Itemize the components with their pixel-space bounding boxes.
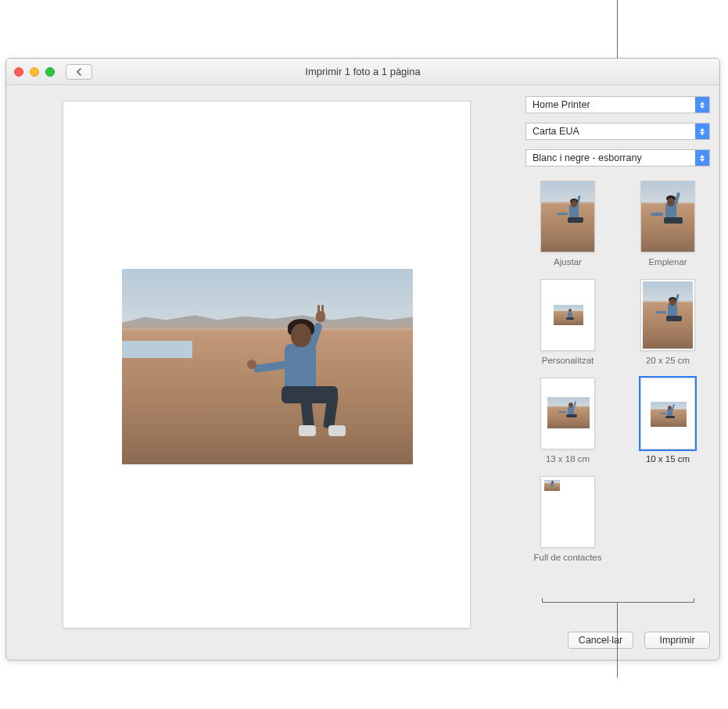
preview-pane bbox=[6, 85, 519, 660]
dialog-content: Home Printer Carta EUA Blanc i negre - e… bbox=[6, 85, 719, 660]
paper-size-value: Carta EUA bbox=[533, 126, 579, 137]
print-button[interactable]: Imprimir bbox=[644, 632, 710, 649]
back-button[interactable] bbox=[66, 64, 92, 80]
format-thumb bbox=[540, 279, 595, 351]
format-thumb bbox=[640, 181, 695, 252]
cancel-button-label: Cancel·lar bbox=[579, 635, 622, 646]
print-dialog-window: Imprimir 1 foto a 1 pàgina bbox=[5, 58, 720, 661]
print-button-label: Imprimir bbox=[659, 635, 694, 646]
action-buttons: Cancel·lar Imprimir bbox=[525, 621, 710, 649]
titlebar: Imprimir 1 foto a 1 pàgina bbox=[6, 59, 719, 85]
dropdown-arrows-icon bbox=[695, 97, 709, 113]
quality-value: Blanc i negre - esborrany bbox=[533, 152, 642, 163]
printer-select[interactable]: Home Printer bbox=[525, 96, 710, 113]
format-item-fit[interactable]: Ajustar bbox=[525, 181, 610, 267]
format-thumb bbox=[540, 378, 595, 449]
format-thumb bbox=[540, 476, 595, 548]
window-title: Imprimir 1 foto a 1 pàgina bbox=[6, 66, 719, 77]
format-thumb bbox=[540, 181, 595, 252]
callout-line-top bbox=[617, 0, 618, 58]
zoom-window-button[interactable] bbox=[45, 67, 55, 77]
chevron-left-icon bbox=[76, 68, 82, 76]
minimize-window-button[interactable] bbox=[30, 67, 39, 77]
callout-line-bottom bbox=[617, 602, 618, 678]
format-item-contact-sheet[interactable]: Full de contactes bbox=[525, 476, 610, 562]
format-label: Full de contactes bbox=[534, 553, 602, 562]
format-grid: Ajustar bbox=[525, 181, 710, 562]
cancel-button[interactable]: Cancel·lar bbox=[568, 632, 633, 649]
window-controls bbox=[14, 67, 55, 77]
photo-preview bbox=[122, 269, 413, 464]
printer-select-value: Home Printer bbox=[533, 99, 590, 110]
format-label: 20 x 25 cm bbox=[646, 356, 690, 365]
callout-bracket-bottom bbox=[542, 598, 694, 603]
format-label: Personalitzat bbox=[542, 356, 594, 365]
dropdown-arrows-icon bbox=[695, 124, 709, 139]
format-item-fill[interactable]: Emplenar bbox=[626, 181, 710, 267]
format-item-20x25[interactable]: 20 x 25 cm bbox=[626, 279, 710, 365]
dropdown-arrows-icon bbox=[695, 150, 709, 166]
format-item-custom[interactable]: Personalitzat bbox=[525, 279, 610, 365]
format-thumb bbox=[640, 378, 695, 449]
format-thumb bbox=[640, 279, 695, 351]
format-label: Ajustar bbox=[554, 257, 582, 267]
format-item-10x15[interactable]: 10 x 15 cm bbox=[626, 378, 710, 464]
quality-select[interactable]: Blanc i negre - esborrany bbox=[525, 149, 710, 167]
page-preview bbox=[63, 101, 471, 628]
format-label: 13 x 18 cm bbox=[546, 454, 590, 464]
print-options-panel: Home Printer Carta EUA Blanc i negre - e… bbox=[519, 85, 719, 660]
format-label: 10 x 15 cm bbox=[646, 454, 690, 464]
paper-size-select[interactable]: Carta EUA bbox=[525, 123, 710, 140]
format-item-13x18[interactable]: 13 x 18 cm bbox=[525, 378, 610, 464]
format-label: Emplenar bbox=[648, 257, 687, 267]
close-window-button[interactable] bbox=[14, 67, 23, 77]
